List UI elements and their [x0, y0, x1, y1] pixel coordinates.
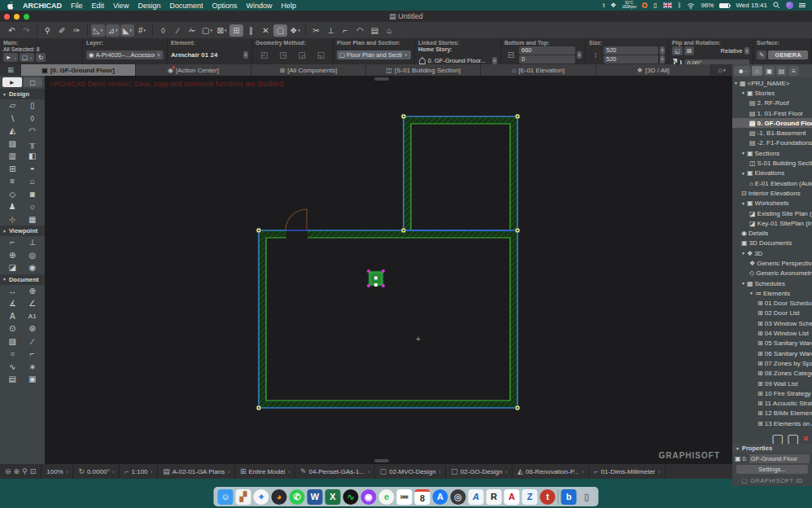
guide-lines-icon[interactable]: ◺▾: [91, 24, 105, 37]
audio-app-icon[interactable]: ◎: [451, 489, 466, 505]
polyline-tool-icon[interactable]: ⌐: [23, 348, 43, 361]
toolbox-section-viewpoint[interactable]: ▼Viewpoint: [0, 226, 45, 236]
virtual-trace-icon[interactable]: ∥: [244, 24, 258, 37]
surface-override-button[interactable]: GENERA: [768, 50, 808, 59]
close-window-button[interactable]: [4, 14, 10, 20]
mesh-tool-icon[interactable]: ▨: [2, 138, 23, 151]
mirror-copy-button[interactable]: ⊠: [684, 46, 694, 55]
geometry-method-1-icon[interactable]: ◰: [258, 50, 271, 59]
hotspot-tool-icon[interactable]: ⊙: [2, 322, 23, 335]
bottom-offset-field[interactable]: 0: [519, 55, 575, 64]
graphic-override-control[interactable]: ▢02-GO-Design›: [446, 464, 513, 479]
renovation-filter-control[interactable]: ◭06-Renovation-P...›: [513, 464, 589, 479]
level-icon[interactable]: ⊥: [324, 24, 338, 37]
snap-elements-icon[interactable]: ⊞: [229, 24, 243, 37]
vertical-battery-icon[interactable]: ▯: [653, 2, 657, 9]
arrow-tool-button[interactable]: ►: [2, 77, 22, 87]
dimension-style-control[interactable]: ⌐01-Dims-Millimeter›: [589, 464, 666, 479]
chevron-right-icon[interactable]: ›: [404, 51, 408, 59]
menu-options[interactable]: Options: [212, 2, 237, 10]
tree-item-elements[interactable]: ▼≔Elements: [732, 288, 812, 298]
apple-menu[interactable]: [7, 2, 14, 10]
beam-tool-icon[interactable]: ∖: [2, 112, 23, 125]
skylight-tool-icon[interactable]: ◓: [23, 163, 43, 176]
tree-item-schedule[interactable]: ⊞11 Acoustic Strategy: [732, 399, 812, 409]
marquee-mode-icon[interactable]: ▢: [273, 24, 287, 37]
running-dimension-tool-icon[interactable]: ∡: [2, 297, 23, 310]
tree-item-stories[interactable]: ▼▣Stories: [732, 88, 812, 98]
word-icon[interactable]: W: [308, 489, 323, 505]
trim-icon[interactable]: ∕: [171, 24, 185, 37]
mirror-button[interactable]: ◱: [672, 46, 683, 55]
door-swing[interactable]: [286, 209, 307, 230]
tree-item-schedule[interactable]: ⊞02 Door List: [732, 309, 812, 318]
selection-handles[interactable]: [256, 114, 520, 410]
rhino-icon[interactable]: R: [487, 489, 502, 505]
pick-up-parameters-icon[interactable]: ✐: [55, 24, 69, 37]
chevron-right-icon[interactable]: ›: [156, 51, 161, 59]
tab-all-components[interactable]: ⊞ [All Components]: [251, 64, 366, 76]
pen-set-control[interactable]: ✎04-Penset-GAs-1...›: [295, 464, 375, 479]
tree-item-project[interactable]: ▼▦<PRJ_NAME>: [732, 78, 812, 88]
menu-help[interactable]: Help: [281, 2, 296, 10]
figure-icon[interactable]: ▤: [368, 24, 382, 37]
menu-design[interactable]: Design: [138, 2, 160, 10]
tree-item-axonometry[interactable]: ◇Generic Axonometry: [732, 269, 812, 278]
tree-item-schedule[interactable]: ⊞03 Window Schedule: [732, 318, 812, 328]
gravity-icon[interactable]: ◊: [156, 24, 170, 37]
zoom-out-icon[interactable]: ⊖: [5, 467, 11, 475]
chevron-right-icon[interactable]: ›: [577, 51, 582, 59]
tree-item-3d[interactable]: ▼❖3D: [732, 248, 812, 258]
app-store-icon[interactable]: A: [433, 489, 448, 505]
story-name-field[interactable]: GF-Ground Floor: [749, 454, 810, 463]
toolbox-section-design[interactable]: ▼Design: [0, 89, 45, 99]
interior-elevation-tool-icon[interactable]: ⊕: [2, 249, 23, 262]
surface-paint-button[interactable]: ✎: [757, 50, 766, 59]
dropbox-icon[interactable]: ❖: [610, 2, 616, 9]
main-tool-button-2[interactable]: ▢›: [20, 53, 34, 62]
angle-dimension-tool-icon[interactable]: ∠: [23, 297, 43, 310]
figure-tool-icon[interactable]: ▤: [2, 373, 23, 386]
notification-center-icon[interactable]: [799, 3, 805, 7]
tree-item-details[interactable]: ◉Details: [732, 228, 812, 238]
label-tool-icon[interactable]: A1: [23, 310, 43, 323]
selection-outline-lower-room[interactable]: [259, 230, 517, 408]
menu-edit[interactable]: Edit: [92, 2, 105, 10]
menu-window[interactable]: Window: [246, 2, 272, 10]
redo-icon[interactable]: ↷: [20, 24, 33, 37]
object-tool-icon[interactable]: ♟: [2, 200, 23, 213]
tree-item-schedule[interactable]: ⊞09 Wall List: [732, 379, 812, 388]
tree-item-story[interactable]: ▤-1. B1-Basement: [732, 128, 812, 138]
bluetooth-icon[interactable]: ᛒ: [678, 2, 682, 9]
tree-item-perspective[interactable]: ❖Generic Perspective: [732, 258, 812, 268]
morph-tool-icon[interactable]: ◇: [2, 188, 23, 201]
maximize-window-button[interactable]: [24, 14, 29, 20]
line-tool-icon[interactable]: ∕: [23, 335, 43, 348]
tree-item-schedule[interactable]: ⊞06 Sanitary Ware Sche: [732, 348, 812, 358]
tab-elevation[interactable]: ⌂ [E-01 Elevation]: [481, 64, 596, 76]
tree-item-schedule[interactable]: ⊞12 BIMx Element Sche: [732, 409, 812, 418]
tree-item-schedule[interactable]: ⊞04 Window List: [732, 328, 812, 338]
model-view-options-control[interactable]: ▢02-MVO-Design›: [375, 464, 447, 479]
size-width-field[interactable]: 520: [604, 46, 658, 55]
tab-ground-floor[interactable]: ▣ [0. GF-Ground Floor]: [21, 64, 136, 76]
chevron-right-icon[interactable]: ›: [492, 57, 497, 64]
reminders-icon[interactable]: ≔: [397, 489, 413, 505]
zoom-level-control[interactable]: 100%›: [41, 464, 73, 479]
menu-document[interactable]: Document: [169, 2, 203, 10]
tree-item-story[interactable]: ▤-2. F1-Foundations: [732, 138, 812, 148]
geometry-method-2-icon[interactable]: ◳: [277, 50, 290, 59]
zoom-icon[interactable]: ⚲: [41, 24, 55, 37]
inject-parameters-icon[interactable]: ✑: [70, 24, 84, 37]
layout-book-button[interactable]: ▤: [776, 66, 787, 76]
zoom-in-icon[interactable]: ⊕: [14, 467, 20, 475]
favorites-icon[interactable]: ▢▾: [200, 24, 214, 37]
worksheet-tool-icon[interactable]: ◪: [2, 261, 23, 274]
opening-tool-icon[interactable]: ◙: [23, 188, 43, 201]
evernote-icon[interactable]: e: [379, 489, 395, 505]
fill-tool-icon[interactable]: ▨: [2, 335, 23, 348]
stair-tool-icon[interactable]: ≡: [2, 175, 23, 188]
tab-action-center[interactable]: ◉ [Action Center]: [136, 64, 251, 76]
geometry-method-3-icon[interactable]: ◲: [295, 50, 308, 59]
tree-item-schedule[interactable]: ⊞07 Zones by Space: [732, 358, 812, 368]
